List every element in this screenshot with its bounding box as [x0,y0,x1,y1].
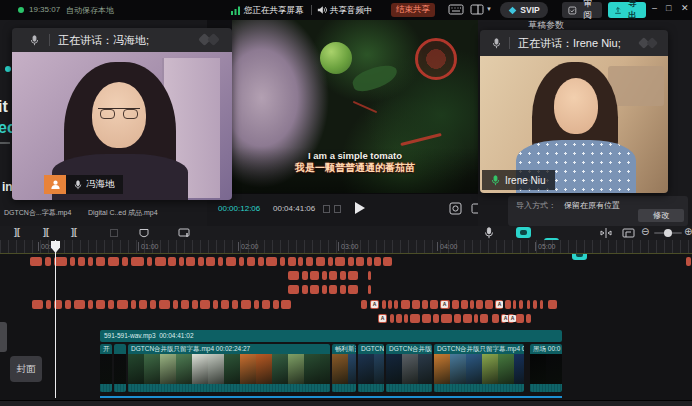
text-clip[interactable] [221,300,229,309]
video-clip[interactable]: DGTCN合 [358,344,384,392]
call-window-right[interactable]: 正在讲话： Irene Niu; Irene Niu [480,30,668,193]
text-clip[interactable] [88,257,93,266]
text-clip[interactable] [241,300,251,309]
split-icon[interactable]: ][ [14,227,20,237]
text-clip[interactable] [70,257,75,266]
text-clip[interactable] [396,314,402,323]
text-clip[interactable] [96,257,105,266]
video-clip[interactable]: DGTCN合并版3 [386,344,432,392]
text-clip[interactable] [383,257,392,266]
text-clip[interactable] [239,257,244,266]
text-clip[interactable] [422,314,431,323]
text-clip[interactable]: A [370,300,379,309]
text-clip[interactable]: A [495,300,503,309]
text-clip[interactable] [533,300,537,309]
text-clip[interactable] [206,257,215,266]
call-left-header[interactable]: 正在讲话： 冯海地; [12,28,232,52]
caption-icon[interactable] [178,228,190,238]
text-clip[interactable] [527,300,530,309]
text-clip[interactable] [348,285,358,294]
text-clip[interactable]: A [508,314,514,323]
zoom-out-icon[interactable]: ⊖ [641,226,649,237]
text-clip[interactable] [254,300,259,309]
text-clip[interactable] [117,300,128,309]
svip-button[interactable]: SVIP [500,2,548,18]
call-right-header[interactable]: 正在讲话： Irene Niu; [480,30,668,56]
text-clip[interactable] [150,300,156,309]
zoom-slider-handle[interactable] [664,229,672,237]
text-clip[interactable] [433,314,439,323]
text-clip[interactable] [288,285,299,294]
text-clip[interactable] [454,314,461,323]
text-clip[interactable] [288,271,299,280]
text-clip[interactable] [186,257,195,266]
text-clip[interactable] [361,300,367,309]
text-clip[interactable] [198,257,204,266]
mask-icon[interactable] [139,228,149,239]
text-clip[interactable] [273,300,279,309]
text-clip[interactable] [412,300,420,309]
text-clip[interactable] [147,257,152,266]
text-clip[interactable] [356,257,364,266]
text-clip[interactable] [519,300,523,309]
text-clip[interactable] [441,314,452,323]
modify-button[interactable]: 修改 [638,209,684,222]
player-option-icon-2[interactable] [334,205,341,213]
text-clip[interactable] [340,271,346,280]
text-clip[interactable] [302,271,308,280]
text-clip[interactable] [540,300,543,309]
trim-right-icon[interactable]: ][ [71,227,77,237]
text-clip[interactable]: A [440,300,450,309]
text-clip[interactable] [288,257,296,266]
text-clip[interactable] [179,257,184,266]
play-button[interactable] [355,202,365,214]
export-button[interactable]: 导出 [608,2,646,18]
text-clip[interactable] [329,285,337,294]
mirror-split-icon[interactable] [600,228,612,238]
text-clip[interactable] [480,314,488,323]
text-clip[interactable] [213,300,218,309]
media-file-2[interactable]: Digital C..ed 成品.mp4 [88,208,158,218]
text-clip[interactable] [401,300,410,309]
text-clip[interactable] [200,300,210,309]
text-clip[interactable] [485,300,493,309]
video-clip[interactable]: 开 [100,344,112,392]
audio-clip[interactable]: 591-591-wav.mp3 00:04:41:02 [100,330,562,342]
media-file-1[interactable]: DGTCN合...字幕.mp4 [4,208,71,218]
text-clip[interactable] [348,257,354,266]
layout-icon[interactable] [470,4,484,15]
text-clip[interactable] [404,314,408,323]
end-share-button[interactable]: 结束共享 [391,3,435,17]
text-clip[interactable] [306,257,313,266]
magnet-snap-toggle[interactable] [516,227,531,238]
chevron-down-icon[interactable]: ▼ [486,6,492,12]
text-clip[interactable] [88,300,93,309]
text-clip[interactable] [258,257,264,266]
video-clip[interactable] [114,344,126,392]
trim-left-icon[interactable]: ][ [43,227,49,237]
text-clip[interactable] [108,257,119,266]
text-clip[interactable] [390,314,394,323]
text-clip[interactable] [78,257,85,266]
text-clip[interactable]: A [378,314,387,323]
text-clip[interactable] [45,257,51,266]
text-clip[interactable] [422,300,428,309]
text-clip[interactable] [262,300,270,309]
video-clip[interactable]: 黑场 00:0 [530,344,562,392]
text-clip[interactable] [155,257,166,266]
text-clip[interactable] [340,285,346,294]
call-window-left[interactable]: 正在讲话： 冯海地; 冯海地 [12,28,232,200]
text-clip[interactable] [335,257,345,266]
text-clip[interactable] [394,300,398,309]
video-clip[interactable]: DGTCN合并版只留字幕.mp4 00:02:24:27 [128,344,330,392]
text-clip[interactable] [218,257,223,266]
text-clip[interactable] [410,314,420,323]
text-clip[interactable] [32,300,43,309]
text-clip[interactable] [298,257,303,266]
text-clip[interactable] [30,257,42,266]
text-clip[interactable] [74,300,85,309]
text-clip[interactable] [159,300,170,309]
text-clip[interactable] [65,300,71,309]
text-clip[interactable] [476,300,483,309]
text-clip[interactable] [316,257,325,266]
